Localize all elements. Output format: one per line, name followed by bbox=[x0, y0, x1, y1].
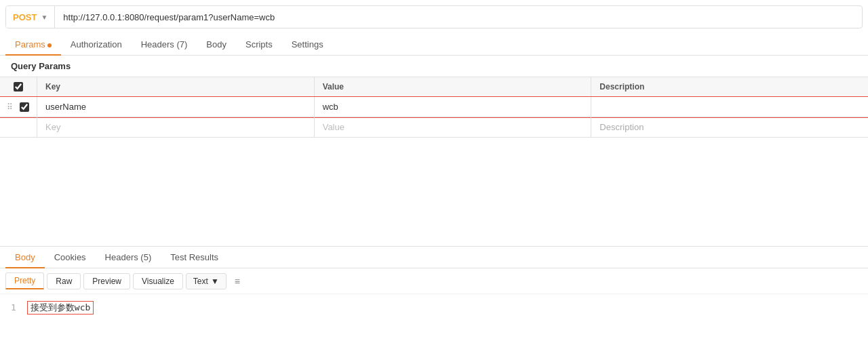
drag-handle-icon[interactable]: ⠿ bbox=[7, 102, 13, 112]
response-format-bar: Pretty Raw Preview Visualize Text ▼ ≡ bbox=[0, 268, 868, 294]
format-raw-button[interactable]: Raw bbox=[47, 273, 81, 289]
response-tab-cookies[interactable]: Cookies bbox=[45, 247, 96, 268]
format-pretty-button[interactable]: Pretty bbox=[5, 272, 44, 289]
tab-scripts[interactable]: Scripts bbox=[236, 34, 282, 55]
header-check-col bbox=[0, 77, 37, 96]
tab-headers[interactable]: Headers (7) bbox=[132, 34, 197, 55]
tab-body[interactable]: Body bbox=[197, 34, 236, 55]
row-1-key[interactable]: userName bbox=[37, 97, 315, 117]
format-type-chevron-icon: ▼ bbox=[211, 277, 219, 286]
row-1-check-cell: ⠿ bbox=[0, 97, 37, 117]
response-tab-headers[interactable]: Headers (5) bbox=[96, 247, 161, 268]
spacer bbox=[0, 138, 868, 232]
header-desc-col: Description bbox=[591, 77, 868, 96]
tab-settings[interactable]: Settings bbox=[282, 34, 333, 55]
params-table: Key Value Description ⠿ userName wcb Key… bbox=[0, 77, 868, 138]
query-params-section: Query Params Key Value Description ⠿ use… bbox=[0, 56, 868, 138]
tab-params[interactable]: Params bbox=[5, 34, 61, 55]
method-chevron-icon: ▼ bbox=[41, 14, 47, 21]
wrap-icon[interactable]: ≡ bbox=[229, 273, 245, 289]
select-all-checkbox[interactable] bbox=[14, 82, 23, 92]
response-body: 1 接受到参数wcb bbox=[0, 294, 868, 321]
params-dot bbox=[47, 43, 52, 47]
response-text-1: 接受到参数wcb bbox=[27, 301, 94, 315]
format-type-dropdown[interactable]: Text ▼ bbox=[186, 273, 226, 289]
response-tab-bar: Body Cookies Headers (5) Test Results bbox=[0, 247, 868, 268]
header-value-col: Value bbox=[315, 77, 592, 96]
line-number-1: 1 bbox=[11, 302, 16, 312]
row-1-checkbox[interactable] bbox=[20, 102, 29, 112]
params-table-header: Key Value Description bbox=[0, 77, 868, 97]
row-1-value[interactable]: wcb bbox=[315, 97, 592, 117]
response-tab-test-results[interactable]: Test Results bbox=[161, 247, 228, 268]
empty-row-check-cell bbox=[0, 117, 37, 137]
method-selector[interactable]: POST ▼ bbox=[6, 6, 55, 28]
empty-row-value[interactable]: Value bbox=[315, 117, 592, 137]
tab-authorization[interactable]: Authorization bbox=[61, 34, 132, 55]
request-tab-bar: Params Authorization Headers (7) Body Sc… bbox=[0, 34, 868, 56]
row-1-description[interactable] bbox=[591, 97, 868, 117]
format-preview-button[interactable]: Preview bbox=[83, 273, 130, 289]
format-visualize-button[interactable]: Visualize bbox=[133, 273, 183, 289]
response-line-1: 1 接受到参数wcb bbox=[11, 300, 857, 316]
query-params-title: Query Params bbox=[0, 56, 868, 77]
response-area: Body Cookies Headers (5) Test Results Pr… bbox=[0, 247, 868, 321]
method-label: POST bbox=[13, 12, 37, 22]
header-key-col: Key bbox=[37, 77, 315, 96]
empty-row-desc[interactable]: Description bbox=[591, 117, 868, 137]
empty-row-key[interactable]: Key bbox=[37, 117, 315, 137]
url-input[interactable] bbox=[55, 12, 862, 22]
response-tab-body[interactable]: Body bbox=[5, 247, 45, 268]
params-row-1: ⠿ userName wcb bbox=[0, 97, 868, 117]
params-empty-row: Key Value Description bbox=[0, 117, 868, 138]
url-bar: POST ▼ bbox=[5, 5, 863, 28]
format-type-label: Text bbox=[193, 277, 208, 286]
